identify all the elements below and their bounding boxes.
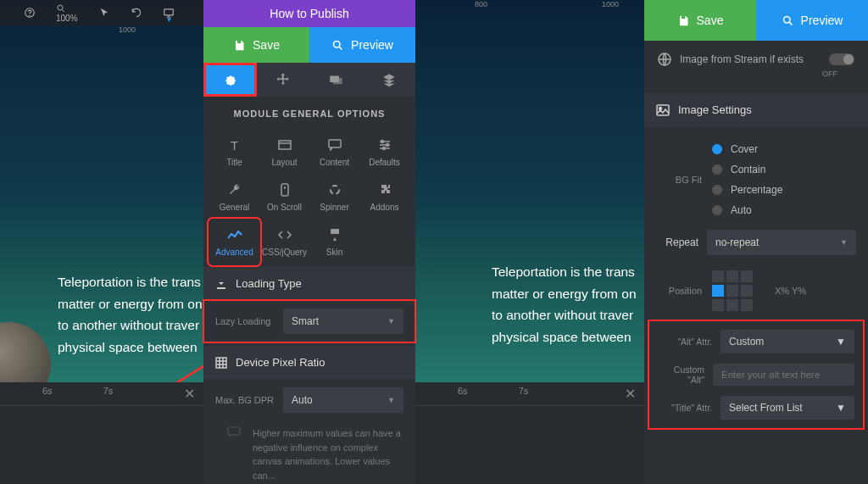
cursor-icon[interactable] (98, 7, 110, 19)
text-icon: T (227, 137, 242, 153)
svg-point-18 (783, 16, 790, 23)
opt-spinner[interactable]: Spinner (310, 175, 359, 219)
svg-rect-16 (216, 358, 226, 368)
zoom-tool[interactable]: 100% (56, 3, 78, 23)
bgfit-label: BG Fit (656, 175, 702, 185)
close-icon[interactable]: ✕ (184, 386, 195, 402)
opt-general[interactable]: General (210, 175, 259, 219)
tab-settings[interactable] (203, 63, 257, 97)
opt-onscroll[interactable]: On Scroll (260, 175, 309, 219)
bgfit-percentage[interactable]: Percentage (712, 184, 856, 196)
svg-point-10 (381, 141, 383, 143)
opt-defaults[interactable]: Defaults (360, 131, 409, 174)
undo-icon[interactable] (131, 7, 142, 19)
title-attr-select[interactable]: Select From List▼ (721, 396, 854, 420)
sliders-icon (377, 137, 392, 153)
how-to-publish-banner[interactable]: How to Publish (203, 0, 415, 27)
settings-panel-right: Save Preview Image from Stream if exists… (644, 0, 868, 484)
toggle-state-label: OFF (644, 70, 868, 78)
grid-icon (215, 357, 227, 369)
search-icon (782, 14, 794, 27)
download-icon (215, 278, 227, 290)
desktop-icon[interactable]: ▼ (163, 7, 175, 19)
code-icon (277, 227, 292, 242)
opt-advanced[interactable]: Advanced (210, 220, 259, 264)
chevron-down-icon: ▼ (387, 396, 395, 404)
loading-type-header[interactable]: Loading Type (203, 267, 415, 300)
alt-attr-select[interactable]: Custom▼ (721, 330, 854, 353)
slides-icon (328, 72, 343, 87)
svg-rect-8 (279, 141, 291, 149)
close-icon[interactable]: ✕ (625, 386, 636, 402)
puzzle-icon (377, 182, 392, 197)
tab-navigation[interactable] (257, 63, 310, 97)
opt-content[interactable]: Content (310, 131, 359, 174)
title-attr-label: "Title" Attr. (658, 403, 712, 413)
wrench-icon (227, 182, 242, 197)
paint-icon (327, 227, 342, 242)
layers-icon (381, 72, 397, 87)
timeline-left[interactable]: 6s7s ✕ (0, 382, 203, 484)
chat-icon (327, 137, 342, 153)
position-coord: X% Y% (775, 286, 806, 296)
svg-rect-17 (228, 427, 240, 435)
ruler-left: 1000 (0, 25, 203, 39)
max-dpr-label: Max. BG DPR (215, 395, 275, 405)
search-icon (331, 39, 344, 52)
chevron-down-icon: ▼ (387, 317, 395, 325)
save-button[interactable]: Save (203, 27, 309, 63)
svg-point-1 (30, 15, 31, 16)
bgfit-auto[interactable]: Auto (712, 204, 856, 216)
opt-skin[interactable]: Skin (310, 220, 359, 264)
dpr-header[interactable]: Device Pixel Ratio (203, 346, 415, 379)
attr-group: "Alt" Attr. Custom▼ Custom "Alt" "Title"… (649, 321, 863, 428)
lazy-loading-label: Lazy Loading (215, 316, 275, 326)
scroll-icon (277, 182, 292, 197)
spinner-icon (327, 182, 342, 197)
repeat-select[interactable]: no-repeat▼ (707, 230, 856, 255)
svg-rect-13 (281, 184, 288, 196)
svg-point-14 (331, 186, 339, 194)
tab-layers[interactable] (363, 63, 416, 97)
bgfit-cover[interactable]: Cover (712, 143, 856, 155)
svg-rect-7 (333, 78, 342, 85)
tab-slides[interactable] (309, 63, 363, 97)
svg-point-5 (334, 41, 341, 47)
image-icon (656, 104, 670, 116)
save-icon (677, 14, 690, 27)
opt-css[interactable]: CSS/jQuery (260, 220, 309, 264)
position-label: Position (656, 286, 702, 296)
chevron-down-icon: ▼ (836, 336, 846, 348)
svg-rect-15 (331, 229, 339, 234)
alt-attr-label: "Alt" Attr. (658, 337, 712, 347)
help-icon[interactable] (24, 7, 36, 19)
settings-panel-left: How to Publish Save Preview MODULE GENER… (203, 0, 415, 484)
save-icon (233, 39, 246, 52)
preview-button[interactable]: Preview (309, 27, 415, 63)
opt-layout[interactable]: Layout (260, 131, 309, 174)
opt-addons[interactable]: Addons (360, 175, 409, 219)
max-dpr-select[interactable]: Auto▼ (283, 387, 403, 413)
ruler-right: 800 1000 (415, 0, 644, 14)
timeline-right[interactable]: 6s7s ✕ (415, 382, 644, 484)
top-toolbar: 100% ▼ (0, 0, 203, 25)
max-dpr-row: Max. BG DPR Auto▼ (203, 379, 415, 421)
lazy-loading-select[interactable]: Smart▼ (283, 309, 403, 334)
preview-button[interactable]: Preview (756, 0, 868, 41)
section-title: MODULE GENERAL OPTIONS (203, 97, 415, 131)
position-grid[interactable] (712, 270, 753, 311)
stream-toggle[interactable] (829, 53, 854, 65)
dpr-hint: Higher maximum values can have a negativ… (203, 421, 415, 484)
gear-icon (222, 72, 237, 87)
repeat-label: Repeat (653, 236, 698, 248)
custom-alt-input[interactable] (713, 364, 854, 386)
save-button[interactable]: Save (644, 0, 756, 41)
svg-point-12 (382, 147, 385, 150)
svg-point-2 (58, 5, 63, 10)
bgfit-contain[interactable]: Contain (712, 164, 856, 175)
chevron-down-icon: ▼ (840, 238, 848, 247)
custom-alt-label: Custom "Alt" (658, 364, 704, 385)
image-settings-header[interactable]: Image Settings (644, 93, 868, 126)
opt-title[interactable]: TTitle (210, 131, 259, 174)
chart-line-icon (227, 227, 242, 242)
